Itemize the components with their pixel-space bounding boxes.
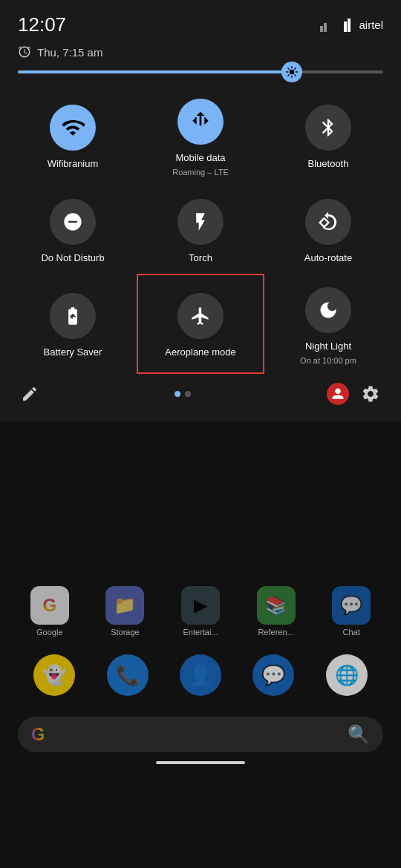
status-time: 12:07 bbox=[18, 13, 66, 36]
chrome-dock[interactable]: 🌐 bbox=[326, 654, 368, 696]
entertainment-icon: ▶ bbox=[181, 586, 220, 625]
torch-icon bbox=[190, 211, 211, 232]
app-row: G Google 📁 Storage ▶ Entertai... 📚 Refer… bbox=[0, 586, 401, 637]
storage-label: Storage bbox=[111, 628, 140, 637]
tile-aeroplane[interactable]: Aeroplane mode bbox=[137, 274, 264, 374]
signal-icon bbox=[320, 19, 335, 32]
mobile-data-sublabel: Roaming – LTE bbox=[172, 168, 229, 177]
page-dots bbox=[175, 391, 191, 397]
wifi-icon-wrap bbox=[50, 105, 96, 151]
reference-icon: 📚 bbox=[257, 586, 296, 625]
settings-icon bbox=[361, 384, 380, 404]
bluetooth-icon-wrap bbox=[305, 105, 351, 151]
battery-saver-label: Battery Saver bbox=[44, 346, 102, 359]
home-indicator[interactable] bbox=[156, 761, 245, 764]
airplane-icon bbox=[190, 306, 211, 326]
google-search-bar[interactable]: G 🔍 bbox=[18, 717, 383, 752]
auto-rotate-icon-wrap bbox=[305, 199, 351, 245]
pencil-icon bbox=[21, 385, 39, 403]
qs-bottom-bar bbox=[0, 377, 401, 412]
night-light-sublabel: On at 10:00 pm bbox=[300, 356, 356, 365]
tile-night-light[interactable]: Night Light On at 10:00 pm bbox=[264, 274, 392, 374]
app-reference[interactable]: 📚 Referen... bbox=[257, 586, 296, 637]
tile-auto-rotate[interactable]: Auto-rotate bbox=[264, 185, 392, 274]
status-bar: 12:07 airtel bbox=[0, 0, 401, 42]
google-lens-icon: 🔍 bbox=[348, 724, 370, 745]
snapchat-dock[interactable]: 👻 bbox=[33, 654, 75, 696]
edit-button[interactable] bbox=[21, 385, 39, 403]
google-icon: G bbox=[30, 586, 69, 625]
date-text: Thu, 7:15 am bbox=[37, 46, 102, 59]
dot-2 bbox=[185, 391, 191, 397]
night-light-label: Night Light bbox=[305, 341, 351, 353]
torch-label: Torch bbox=[189, 252, 212, 265]
person-icon bbox=[331, 387, 345, 401]
reference-label: Referen... bbox=[258, 628, 293, 637]
dnd-label: Do Not Disturb bbox=[41, 252, 104, 265]
settings-button[interactable] bbox=[361, 384, 380, 404]
battery-saver-icon-wrap bbox=[50, 293, 96, 339]
user-avatar[interactable] bbox=[327, 383, 349, 405]
tiles-grid: Wifibranium Mobile data Roaming – LTE Bl… bbox=[0, 85, 401, 374]
google-g-icon: G bbox=[31, 724, 45, 745]
night-icon bbox=[318, 300, 339, 320]
mobile-data-icon bbox=[189, 110, 212, 134]
app-chat[interactable]: 💬 Chat bbox=[332, 586, 371, 637]
sun-icon bbox=[286, 66, 298, 78]
tile-bluetooth[interactable]: Bluetooth bbox=[264, 85, 392, 185]
bluetooth-label: Bluetooth bbox=[308, 158, 349, 171]
app-storage[interactable]: 📁 Storage bbox=[105, 586, 144, 637]
bluetooth-icon bbox=[318, 117, 339, 138]
quick-settings-panel: 12:07 airtel Thu, 7:15 am bbox=[0, 0, 401, 421]
storage-icon: 📁 bbox=[105, 586, 144, 625]
dot-1 bbox=[175, 391, 180, 397]
app-google[interactable]: G Google bbox=[30, 586, 69, 637]
messages-dock[interactable]: 💬 bbox=[252, 654, 294, 696]
tile-battery-saver[interactable]: Battery Saver bbox=[9, 274, 137, 374]
signal-icon-main bbox=[339, 19, 354, 32]
app-entertainment[interactable]: ▶ Entertai... bbox=[181, 586, 220, 637]
date-row: Thu, 7:15 am bbox=[0, 42, 401, 68]
status-right: airtel bbox=[320, 19, 383, 32]
dock-row: 👻 📞 👤 💬 🌐 bbox=[0, 642, 401, 708]
brightness-thumb[interactable] bbox=[281, 62, 302, 82]
tile-torch[interactable]: Torch bbox=[137, 185, 264, 274]
wifi-icon bbox=[61, 116, 85, 139]
entertainment-label: Entertai... bbox=[183, 628, 218, 637]
tile-wifi[interactable]: Wifibranium bbox=[9, 85, 137, 185]
google-label: Google bbox=[36, 628, 62, 637]
home-content: G Google 📁 Storage ▶ Entertai... 📚 Refer… bbox=[0, 586, 401, 764]
torch-icon-wrap bbox=[177, 199, 224, 245]
svg-point-4 bbox=[290, 70, 295, 75]
date-left: Thu, 7:15 am bbox=[18, 45, 102, 59]
svg-marker-0 bbox=[320, 26, 323, 32]
dnd-icon bbox=[62, 211, 83, 232]
wifi-label: Wifibranium bbox=[48, 158, 99, 171]
aeroplane-label: Aeroplane mode bbox=[165, 346, 235, 359]
auto-rotate-label: Auto-rotate bbox=[304, 252, 352, 265]
aeroplane-icon-wrap bbox=[177, 293, 224, 339]
brightness-row[interactable] bbox=[0, 68, 401, 85]
tile-mobile-data[interactable]: Mobile data Roaming – LTE bbox=[137, 85, 264, 185]
mobile-data-label: Mobile data bbox=[175, 152, 225, 165]
battery-saver-icon bbox=[62, 306, 83, 326]
phone-dock[interactable]: 📞 bbox=[107, 654, 149, 696]
chat-label: Chat bbox=[343, 628, 360, 637]
svg-marker-1 bbox=[324, 23, 327, 32]
night-light-icon-wrap bbox=[305, 287, 351, 333]
svg-marker-3 bbox=[348, 19, 351, 32]
chat-icon: 💬 bbox=[332, 586, 371, 625]
alarm-icon bbox=[18, 45, 31, 59]
carrier-name: airtel bbox=[359, 19, 383, 31]
contacts-dock[interactable]: 👤 bbox=[180, 654, 221, 696]
tile-dnd[interactable]: Do Not Disturb bbox=[9, 185, 137, 274]
auto-rotate-icon bbox=[318, 211, 339, 232]
brightness-track[interactable] bbox=[18, 70, 383, 73]
svg-marker-2 bbox=[344, 22, 347, 32]
mobile-data-icon-wrap bbox=[177, 99, 224, 145]
dnd-icon-wrap bbox=[50, 199, 96, 245]
